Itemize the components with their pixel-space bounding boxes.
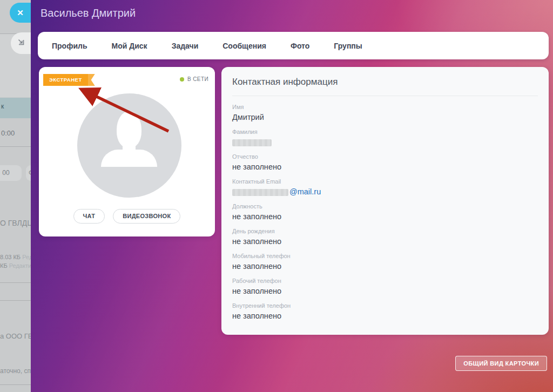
field-value: не заполнено	[232, 312, 538, 321]
menu-fragment: к	[1, 103, 4, 110]
divider	[0, 282, 31, 283]
field-contact-email: Контактный Email @mail.ru	[232, 178, 538, 197]
file-action: Редактир	[9, 262, 31, 269]
tab-profile[interactable]: Профиль	[52, 42, 87, 50]
tab-groups[interactable]: Группы	[334, 42, 362, 50]
field-value: Дмитрий	[232, 113, 538, 122]
video-call-button[interactable]: ВИДЕОЗВОНОК	[113, 209, 180, 224]
field-label: Имя	[232, 104, 538, 111]
field-label: Рабочий телефон	[232, 278, 538, 285]
background-chip: Ф	[26, 165, 31, 181]
field-last-name: Фамилия	[232, 129, 538, 147]
redacted-block	[232, 189, 288, 196]
file-action: Ред	[22, 254, 31, 260]
field-position: Должность не заполнено	[232, 203, 538, 221]
field-birthday: День рождения не заполнено	[232, 228, 538, 246]
field-label: Внутренний телефон	[232, 302, 538, 309]
field-label: Должность	[232, 203, 538, 210]
field-value: не заполнено	[232, 262, 538, 271]
avatar-shoulders	[101, 150, 157, 167]
contact-info-heading: Контактная информация	[221, 67, 549, 88]
note-fragment: аточно, сп	[0, 367, 31, 375]
background-chip: 00	[0, 165, 22, 181]
contact-fields: Имя Дмитрий Фамилия Отчество не заполнен…	[221, 96, 549, 321]
dimmed-background-page: к 0:00 00 Ф О ГВЛДЦ. 8.03 КБ Ред КБ Реда…	[0, 0, 31, 392]
page-title: Васильев Дмитрий	[41, 7, 136, 19]
tab-messages[interactable]: Сообщения	[222, 42, 266, 50]
time-fragment: 0:00	[1, 129, 15, 137]
field-work-phone: Рабочий телефон не заполнено	[232, 278, 538, 296]
field-label: Отчество	[232, 153, 538, 160]
background-selected-row: к	[0, 98, 31, 118]
collapse-slider-button[interactable]	[11, 32, 31, 54]
divider	[0, 146, 31, 147]
field-label: День рождения	[232, 228, 538, 235]
profile-slideover: Васильев Дмитрий Профиль Мой Диск Задачи…	[31, 0, 553, 392]
tab-tasks[interactable]: Задачи	[172, 42, 199, 50]
field-mobile-phone: Мобильный телефон не заполнено	[232, 253, 538, 271]
org-fragment: а ООО ГВ.	[0, 332, 31, 340]
field-value: не заполнено	[232, 287, 538, 296]
field-label: Мобильный телефон	[232, 253, 538, 260]
contact-info-card: Контактная информация Имя Дмитрий Фамили…	[221, 67, 549, 335]
org-fragment: О ГВЛДЦ.	[0, 219, 31, 227]
close-icon: ✕	[17, 8, 24, 18]
field-value-email: @mail.ru	[232, 187, 538, 197]
online-status: В СЕТИ	[180, 76, 208, 82]
redacted-block	[232, 139, 272, 146]
field-internal-phone: Внутренний телефон не заполнено	[232, 302, 538, 321]
file-fragment: 8.03 КБ Ред	[0, 254, 31, 260]
user-profile-card: ЭКСТРАНЕТ В СЕТИ ЧАТ ВИДЕОЗВОНОК	[39, 67, 215, 236]
field-value: не заполнено	[232, 237, 538, 246]
field-value-redacted	[232, 138, 538, 147]
field-first-name: Имя Дмитрий	[232, 104, 538, 122]
avatar	[77, 93, 181, 198]
divider	[0, 300, 31, 301]
tab-my-disk[interactable]: Мой Диск	[112, 42, 147, 50]
collapse-icon	[17, 38, 25, 49]
field-middle-name: Отчество не заполнено	[232, 153, 538, 172]
profile-actions: ЧАТ ВИДЕОЗВОНОК	[39, 209, 215, 224]
email-link[interactable]: @mail.ru	[289, 187, 321, 196]
field-value: не заполнено	[232, 163, 538, 172]
divider	[0, 384, 31, 385]
online-dot-icon	[180, 77, 184, 82]
profile-tabbar: Профиль Мой Диск Задачи Сообщения Фото Г…	[38, 32, 549, 59]
online-status-label: В СЕТИ	[187, 76, 208, 82]
file-size: 8.03 КБ	[0, 254, 21, 260]
field-label: Контактный Email	[232, 178, 538, 185]
close-button[interactable]: ✕	[10, 3, 31, 23]
file-fragment: КБ Редактир	[0, 262, 31, 269]
card-general-view-button[interactable]: ОБЩИЙ ВИД КАРТОЧКИ	[455, 356, 547, 371]
file-size: КБ	[0, 262, 8, 269]
field-label: Фамилия	[232, 129, 538, 136]
chat-button[interactable]: ЧАТ	[73, 209, 105, 224]
extranet-badge: ЭКСТРАНЕТ	[43, 74, 88, 86]
field-value: не заполнено	[232, 212, 538, 221]
tab-photo[interactable]: Фото	[291, 42, 309, 50]
